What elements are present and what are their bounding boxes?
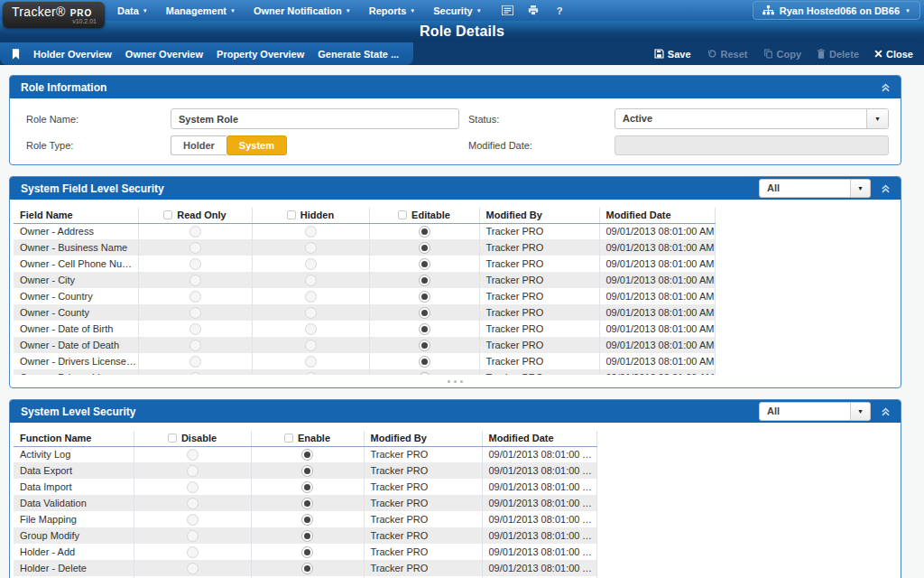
cell-modified-by: Tracker PRO: [364, 446, 482, 462]
close-button[interactable]: Close: [874, 49, 913, 60]
editable-radio[interactable]: [419, 372, 430, 375]
collapse-panel-button[interactable]: [879, 406, 892, 418]
hidden-radio[interactable]: [305, 242, 317, 254]
hidden-radio[interactable]: [305, 340, 317, 351]
panel-title: System Level Security: [21, 406, 759, 418]
bookmarks-bar: Holder OverviewOwner OverviewProperty Ov…: [0, 42, 413, 65]
role-information-header: Role Information: [10, 76, 901, 98]
cell-function-name: Group Modify: [14, 527, 134, 544]
role-type-holder-button[interactable]: Holder: [171, 135, 226, 155]
read-only-radio[interactable]: [189, 356, 201, 368]
collapse-panel-button[interactable]: [879, 182, 892, 195]
cell-modified-by: Tracker PRO: [364, 560, 482, 576]
enable-radio[interactable]: [301, 498, 313, 509]
editable-radio[interactable]: [419, 323, 430, 335]
editable-radio[interactable]: [419, 242, 430, 254]
enable-radio[interactable]: [301, 563, 313, 574]
disable-radio[interactable]: [187, 465, 199, 477]
editable-radio[interactable]: [419, 275, 430, 286]
table-row: Owner - Business NameTracker PRO09/01/20…: [14, 239, 715, 256]
editable-radio[interactable]: [419, 307, 430, 319]
list-icon[interactable]: [494, 0, 521, 21]
enable-radio[interactable]: [301, 481, 313, 493]
collapse-panel-button[interactable]: [879, 81, 892, 94]
hidden-radio[interactable]: [305, 372, 317, 375]
hidden-select-all-checkbox[interactable]: [287, 210, 296, 219]
hidden-radio[interactable]: [305, 291, 317, 303]
enable-radio[interactable]: [301, 449, 313, 461]
disable-radio[interactable]: [187, 481, 199, 493]
bookmark-owner-overview[interactable]: Owner Overview: [125, 49, 203, 60]
read-only-radio[interactable]: [189, 307, 201, 319]
enable-select-all-checkbox[interactable]: [284, 434, 293, 443]
read-only-radio[interactable]: [189, 226, 201, 238]
menu-management[interactable]: Management▼: [157, 0, 245, 21]
delete-button[interactable]: Delete: [817, 49, 859, 60]
enable-radio[interactable]: [301, 465, 313, 477]
column-label: Disable: [181, 433, 217, 443]
disable-radio[interactable]: [187, 546, 199, 558]
menu-reports[interactable]: Reports▼: [360, 0, 425, 21]
editable-select-all-checkbox[interactable]: [398, 210, 407, 219]
filter-select-caret-button[interactable]: ▼: [850, 403, 870, 420]
system-security-filter-select[interactable]: All ▼: [759, 402, 871, 421]
bookmark-holder-overview[interactable]: Holder Overview: [33, 49, 112, 60]
editable-radio[interactable]: [419, 356, 430, 368]
read-only-radio[interactable]: [189, 275, 201, 286]
field-level-security-panel: System Field Level Security All ▼ Field …: [9, 176, 901, 388]
read-only-radio[interactable]: [189, 291, 201, 303]
read-only-radio[interactable]: [189, 258, 201, 270]
hidden-radio[interactable]: [305, 258, 317, 270]
print-icon[interactable]: [521, 0, 547, 21]
hidden-radio[interactable]: [305, 226, 317, 238]
menu-security[interactable]: Security▼: [424, 0, 490, 21]
hidden-radio[interactable]: [305, 307, 317, 319]
bookmark-property-overview[interactable]: Property Overview: [217, 49, 304, 60]
enable-radio[interactable]: [301, 514, 313, 526]
filter-select-caret-button[interactable]: ▼: [850, 180, 870, 197]
disable-radio[interactable]: [187, 530, 199, 542]
read-only-radio[interactable]: [189, 372, 201, 375]
content-area: Role Information Role Name: Status: Acti…: [0, 65, 924, 578]
save-icon: [654, 49, 664, 59]
disable-select-all-checkbox[interactable]: [168, 434, 177, 443]
editable-radio[interactable]: [419, 258, 430, 270]
hidden-radio[interactable]: [305, 275, 317, 286]
hidden-radio[interactable]: [305, 356, 317, 368]
cell-hidden: [252, 223, 369, 239]
editable-radio[interactable]: [419, 226, 430, 238]
disable-radio[interactable]: [187, 449, 199, 461]
enable-radio[interactable]: [301, 530, 313, 542]
resize-handle[interactable]: [10, 375, 901, 387]
disable-radio[interactable]: [187, 514, 199, 526]
chevron-down-icon: ▼: [230, 7, 236, 14]
read-only-select-all-checkbox[interactable]: [163, 210, 172, 219]
hidden-radio[interactable]: [305, 323, 317, 335]
editable-radio[interactable]: [419, 291, 430, 303]
reset-button[interactable]: Reset: [707, 49, 748, 60]
read-only-radio[interactable]: [189, 323, 201, 335]
editable-radio[interactable]: [419, 340, 430, 351]
column-label: Enable: [298, 433, 330, 443]
bookmark-generate-state[interactable]: Generate State ...: [318, 49, 399, 60]
copy-button[interactable]: Copy: [763, 49, 802, 60]
disable-radio[interactable]: [187, 498, 199, 509]
user-session-button[interactable]: Ryan Hosted066 on DB66 ▼: [753, 1, 920, 20]
read-only-radio[interactable]: [189, 242, 201, 254]
status-select[interactable]: Active ▼: [614, 108, 889, 129]
status-select-caret-button[interactable]: ▼: [866, 109, 888, 128]
menu-data[interactable]: Data▼: [108, 0, 157, 21]
role-type-system-button[interactable]: System: [226, 135, 287, 155]
disable-radio[interactable]: [187, 563, 199, 574]
cell-function-name: Data Validation: [14, 495, 134, 511]
read-only-radio[interactable]: [189, 340, 201, 351]
help-icon[interactable]: ?: [547, 0, 573, 21]
save-button[interactable]: Save: [654, 49, 691, 60]
role-name-input[interactable]: [171, 108, 459, 129]
menu-owner-notification[interactable]: Owner Notification▼: [245, 0, 360, 21]
copy-icon: [763, 49, 773, 59]
cell-modified-by: Tracker PRO: [479, 272, 599, 288]
field-security-filter-select[interactable]: All ▼: [759, 179, 871, 198]
table-row: Owner - Drivers License Nu...Tracker PRO…: [14, 353, 715, 369]
enable-radio[interactable]: [301, 546, 313, 558]
